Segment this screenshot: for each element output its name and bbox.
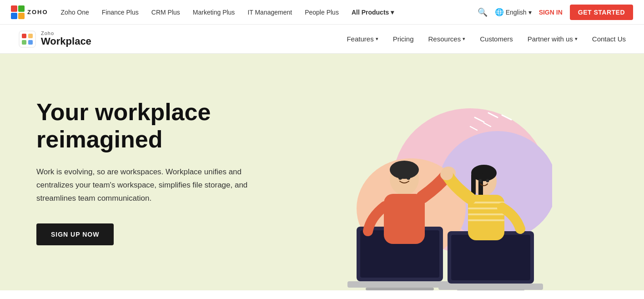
svg-rect-20	[457, 290, 525, 290]
nav-link-people-plus[interactable]: People Plus	[305, 9, 339, 16]
workplace-logo-svg	[18, 30, 36, 48]
svg-point-34	[440, 168, 453, 180]
svg-rect-19	[438, 284, 543, 290]
svg-rect-33	[468, 219, 504, 221]
features-chevron-icon: ▾	[376, 36, 378, 42]
sign-up-now-button[interactable]: SIGN UP NOW	[36, 223, 114, 245]
language-selector[interactable]: 🌐 English ▾	[495, 8, 532, 16]
svg-rect-15	[347, 281, 452, 288]
svg-rect-16	[366, 288, 434, 290]
zoho-logo[interactable]: ZOHO	[11, 5, 48, 19]
secondary-navigation: Zoho Workplace Features ▾ Pricing Resour…	[0, 25, 644, 54]
zoho-logo-text: ZOHO	[27, 9, 48, 15]
nav-link-zoho-one[interactable]: Zoho One	[61, 9, 89, 16]
search-icon[interactable]: 🔍	[478, 7, 488, 17]
nav-link-it-management[interactable]: IT Management	[247, 9, 292, 16]
hero-description: Work is evolving, so are workspaces. Wor…	[36, 166, 273, 205]
hero-title: Your workplace reimagined	[36, 99, 300, 153]
svg-rect-0	[19, 31, 35, 47]
nav-link-crm-plus[interactable]: CRM Plus	[151, 9, 180, 16]
hero-svg-illustration	[334, 90, 552, 290]
language-label: English	[506, 9, 527, 16]
resources-chevron-icon: ▾	[463, 36, 465, 42]
top-nav-links: Zoho One Finance Plus CRM Plus Marketing…	[61, 9, 394, 16]
partner-chevron-icon: ▾	[575, 36, 578, 42]
svg-rect-18	[451, 235, 530, 280]
nav-link-finance-plus[interactable]: Finance Plus	[102, 9, 139, 16]
hero-section: Your workplace reimagined Work is evolvi…	[0, 54, 644, 290]
top-nav-right: 🔍 🌐 English ▾ SIGN IN GET STARTED	[478, 5, 633, 20]
sign-in-button[interactable]: SIGN IN	[539, 9, 563, 16]
logo-sq-blue	[11, 13, 17, 19]
svg-rect-1	[22, 34, 26, 38]
hero-illustration	[300, 81, 586, 290]
nav-pricing[interactable]: Pricing	[393, 35, 414, 43]
workplace-logo[interactable]: Zoho Workplace	[18, 30, 91, 48]
language-chevron-icon: ▾	[528, 9, 532, 16]
svg-point-22	[390, 161, 419, 179]
nav-features[interactable]: Features ▾	[347, 35, 378, 43]
workplace-logo-text: Zoho Workplace	[41, 30, 91, 47]
svg-point-38	[486, 179, 489, 182]
svg-point-36	[407, 176, 410, 180]
logo-sq-yellow	[18, 13, 25, 19]
svg-point-35	[398, 176, 402, 180]
top-nav-left: ZOHO Zoho One Finance Plus CRM Plus Mark…	[11, 5, 394, 19]
nav-customers[interactable]: Customers	[480, 35, 513, 43]
nav-partner-with-us[interactable]: Partner with us ▾	[528, 35, 578, 43]
logo-sq-red	[11, 5, 17, 12]
workplace-product-name: Workplace	[41, 36, 91, 47]
nav-link-all-products[interactable]: All Products ▾	[352, 9, 394, 16]
svg-rect-3	[22, 40, 26, 45]
logo-sq-green	[18, 5, 25, 12]
svg-rect-4	[28, 40, 33, 45]
secondary-nav-links: Features ▾ Pricing Resources ▾ Customers…	[347, 35, 626, 43]
svg-rect-2	[28, 34, 33, 38]
globe-icon: 🌐	[495, 8, 504, 16]
all-products-chevron-icon: ▾	[391, 9, 394, 16]
top-navigation: ZOHO Zoho One Finance Plus CRM Plus Mark…	[0, 0, 644, 25]
svg-rect-32	[468, 213, 504, 215]
nav-contact-us[interactable]: Contact Us	[592, 35, 626, 43]
nav-resources[interactable]: Resources ▾	[428, 35, 466, 43]
svg-point-37	[479, 179, 482, 182]
hero-content: Your workplace reimagined Work is evolvi…	[36, 99, 300, 273]
nav-link-marketing-plus[interactable]: Marketing Plus	[193, 9, 235, 16]
get-started-button[interactable]: GET STARTED	[570, 5, 633, 20]
zoho-logo-squares	[11, 5, 25, 19]
